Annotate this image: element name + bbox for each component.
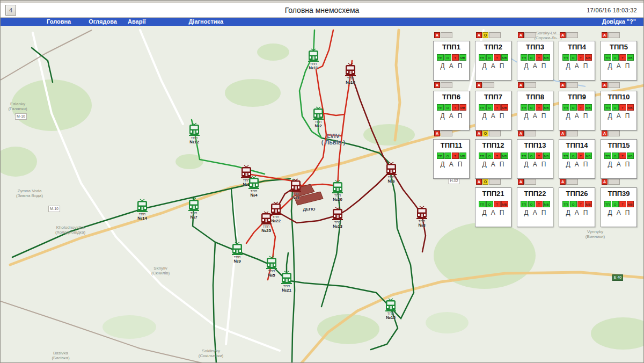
substation-panel[interactable]: ТПП12 ТПОТМВ ДАП: [475, 139, 511, 179]
status-cell-О: О: [528, 104, 535, 111]
tram-substation-icon[interactable]: ТПП №4: [247, 176, 261, 198]
tram-substation-icon[interactable]: ТПП №13: [331, 207, 345, 229]
substation-panel[interactable]: ТПП2 ТПОТМВ ДАП: [475, 41, 511, 81]
title-bar: 4 Головна мнемосхема 17/06/16 18:03:32: [1, 3, 643, 18]
road-badge: М-10: [48, 206, 60, 212]
substation-letters: ДАП: [559, 161, 595, 168]
status-cell-МВ: МВ: [627, 201, 634, 207]
panel-letter: Д: [482, 112, 487, 120]
substation-letters: ДАП: [434, 62, 469, 70]
substation-panel[interactable]: ТПП7 ТПОТМВ ДАП: [475, 91, 511, 130]
substation-alarm-marker[interactable]: А: [560, 179, 578, 185]
substation-alarm-marker[interactable]: А: [518, 32, 536, 38]
substation-alarm-marker[interactable]: А: [560, 32, 578, 38]
status-cell-МВ: МВ: [459, 54, 466, 61]
status-cell-Т: Т: [494, 54, 501, 61]
substation-panel[interactable]: ТПП13 ТПОТМВ ДАП: [517, 139, 553, 179]
substation-title: ТПП15: [601, 140, 636, 151]
substation-panel[interactable]: ТПП9 ТПОТМВ ДАП: [559, 91, 595, 130]
substation-panel[interactable]: ТПП10 ТПОТМВ ДАП: [601, 91, 637, 130]
substation-status-cells: ТПОТМВ: [434, 54, 469, 61]
alarm-red-icon: А: [560, 32, 566, 38]
tram-substation-icon[interactable]: ТПП №20: [331, 180, 345, 202]
tram-substation-icon[interactable]: ТПП №2: [311, 106, 325, 128]
substation-panel[interactable]: ТПП26 ТПОТМВ ДАП: [559, 187, 595, 227]
substation-panel[interactable]: ТПП1 ТПОТМВ ДАП: [433, 41, 470, 81]
substation-alarm-marker[interactable]: А О: [476, 130, 501, 136]
substation-panel[interactable]: ТПП5 ТПОТМВ ДАП: [601, 41, 637, 81]
panel-letter: Д: [524, 112, 529, 120]
tram-substation-icon[interactable]: ТПП №12: [187, 122, 201, 144]
substation-alarm-marker[interactable]: А О: [476, 179, 501, 185]
substation-panel[interactable]: ТПП14 ТПОТМВ ДАП: [559, 139, 595, 179]
alarm-red-icon: А: [560, 130, 566, 136]
menu-item-diagnostics[interactable]: Діагностика: [189, 18, 224, 26]
substation-alarm-marker[interactable]: А: [560, 130, 578, 136]
menu-item-help[interactable]: Довідка "?": [602, 18, 636, 26]
alarm-yellow-icon: О: [482, 130, 488, 136]
substation-alarm-marker[interactable]: А: [518, 130, 536, 136]
tram-substation-icon[interactable]: ТПП №11: [306, 48, 320, 70]
substation-status-cells: ТПОТМВ: [517, 201, 553, 207]
menu-item-home[interactable]: Головна: [47, 18, 71, 26]
status-cell-Т: Т: [619, 104, 626, 111]
substation-panel[interactable]: ТПП39 ТПОТМВ ДАП: [601, 187, 637, 227]
tram-substation-icon[interactable]: ТПП №21: [280, 271, 294, 293]
tram-substation-icon[interactable]: ТПП №14: [135, 199, 149, 221]
substation-alarm-marker[interactable]: А: [602, 32, 620, 38]
tram-substation-icon[interactable]: ТПП №1: [289, 178, 303, 200]
tram-number: №6: [384, 179, 398, 184]
substation-alarm-marker[interactable]: А: [602, 179, 620, 185]
substation-alarm-marker[interactable]: А: [518, 179, 536, 185]
alarm-red-icon: А: [476, 130, 482, 136]
status-cell-Т: Т: [577, 201, 584, 207]
substation-alarm-marker[interactable]: А: [434, 130, 452, 136]
substation-panel[interactable]: ТПП6 ТПОТМВ ДАП: [433, 91, 470, 130]
tram-substation-icon[interactable]: ТПП №9: [230, 242, 244, 264]
substation-status-cells: ТПОТМВ: [434, 104, 469, 111]
menu-item-overview[interactable]: Оглядова: [89, 18, 117, 26]
tram-icon: [281, 271, 292, 285]
substation-alarm-marker[interactable]: А: [434, 32, 452, 38]
substation-panel[interactable]: ТПП3 ТПОТМВ ДАП: [517, 41, 553, 81]
substation-panel[interactable]: ТПП4 ТПОТМВ ДАП: [559, 41, 595, 81]
substation-alarm-marker[interactable]: А: [518, 82, 536, 88]
tram-substation-icon[interactable]: ТПП №15: [384, 298, 398, 320]
panel-letter: П: [458, 112, 463, 120]
tram-substation-icon[interactable]: ТПП №25: [259, 211, 273, 233]
substation-title: ТПП12: [475, 140, 511, 151]
marker-label-stub: [608, 32, 620, 38]
substation-alarm-marker[interactable]: А О: [476, 32, 501, 38]
substation-panel[interactable]: ТПП21 ТПОТМВ ДАП: [475, 187, 511, 227]
substation-status-cells: ТПОТМВ: [559, 104, 595, 111]
substation-panel[interactable]: ТПП8 ТПОТМВ ДАП: [517, 91, 553, 130]
depot-label: ДЕПО: [303, 207, 315, 212]
substation-alarm-marker[interactable]: А: [476, 82, 494, 88]
tram-number: №10: [343, 80, 357, 85]
panel-letter: Д: [441, 161, 445, 168]
status-cell-ТП: ТП: [604, 104, 611, 111]
substation-panel[interactable]: ТПП15 ТПОТМВ ДАП: [601, 139, 637, 179]
substation-alarm-marker[interactable]: А: [602, 130, 620, 136]
panel-letter: А: [449, 161, 453, 168]
status-cell-Т: Т: [619, 153, 626, 159]
substation-panel[interactable]: ТПП22 ТПОТМВ ДАП: [517, 187, 553, 227]
menu-item-alarms[interactable]: Аварії: [128, 18, 146, 26]
substation-alarm-marker[interactable]: А: [434, 82, 452, 88]
panel-letter: А: [617, 62, 621, 70]
tram-substation-icon[interactable]: ТПП №7: [187, 198, 201, 220]
substation-panel[interactable]: ТПП11 ТПОТМВ ДАП: [433, 139, 470, 179]
tram-substation-icon[interactable]: ТПП №5: [265, 256, 279, 278]
tram-icon: [385, 162, 397, 176]
city-label: LVIV( Львів ): [321, 133, 346, 146]
substation-letters: ДАП: [517, 209, 553, 216]
status-cell-О: О: [486, 201, 493, 207]
tram-substation-icon[interactable]: ТПП №10: [343, 63, 357, 85]
substation-alarm-marker[interactable]: А: [560, 82, 578, 88]
tram-substation-icon[interactable]: ТПП №8: [415, 206, 429, 228]
alarm-red-icon: А: [476, 82, 482, 88]
alarm-red-icon: А: [518, 179, 524, 185]
marker-label-stub: [441, 130, 452, 136]
substation-alarm-marker[interactable]: А: [602, 82, 620, 88]
tram-substation-icon[interactable]: ТПП №6: [384, 162, 398, 184]
